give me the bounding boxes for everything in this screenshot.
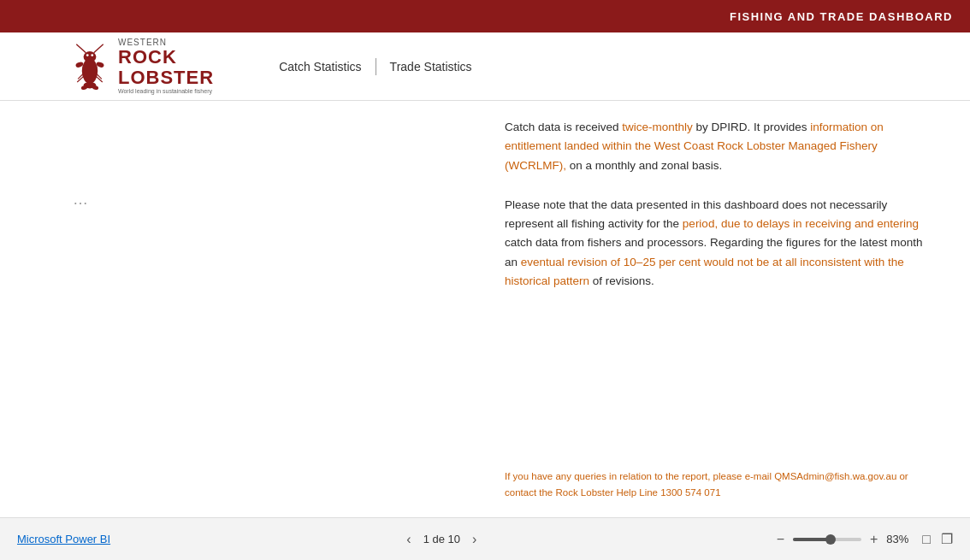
info-block-2: Please note that the data presented in t… xyxy=(505,196,936,291)
zoom-out-button[interactable]: − xyxy=(773,532,788,547)
dashboard-title: FISHING AND TRADE DASHBOARD xyxy=(730,10,953,23)
zoom-controls: − + 83% □ ❐ xyxy=(773,531,953,547)
zoom-percent-label: 83% xyxy=(886,533,917,545)
contact-section: If you have any queries in relation to t… xyxy=(505,332,936,500)
zoom-in-button[interactable]: + xyxy=(866,532,881,547)
logo-area: Western Rock Lobster World leading in su… xyxy=(68,38,214,95)
zoom-slider-thumb[interactable] xyxy=(825,534,836,545)
nav-row: Western Rock Lobster World leading in su… xyxy=(0,32,970,101)
right-panel: Catch data is received twice-monthly by … xyxy=(488,101,970,517)
highlight-info: information on entitlement landed within… xyxy=(505,121,884,172)
fullscreen-icon[interactable]: ❐ xyxy=(941,531,953,547)
next-page-button[interactable]: › xyxy=(467,530,482,549)
logo-text: Western Rock Lobster World leading in su… xyxy=(118,38,214,95)
lobster-icon xyxy=(68,41,111,92)
main-content: … Catch data is received twice-monthly b… xyxy=(0,101,970,517)
svg-line-2 xyxy=(76,44,86,52)
svg-point-14 xyxy=(91,54,93,56)
tab-trade-statistics[interactable]: Trade Statistics xyxy=(376,32,486,100)
logo-lobster: Lobster xyxy=(118,68,214,88)
logo-rock: Rock xyxy=(118,47,214,68)
info-block-1: Catch data is received twice-monthly by … xyxy=(505,118,936,175)
info-paragraph-1: Catch data is received twice-monthly by … xyxy=(505,118,936,175)
page-current: 1 xyxy=(423,533,429,545)
powerbi-link[interactable]: Microsoft Power BI xyxy=(17,533,110,545)
highlight-revision: eventual revision of 10–25 per cent woul… xyxy=(505,256,904,287)
info-paragraph-2: Please note that the data presented in t… xyxy=(505,196,936,291)
logo-tagline: World leading in sustainable fishery xyxy=(118,88,214,95)
svg-line-3 xyxy=(94,44,104,52)
page-separator: de xyxy=(433,533,448,545)
contact-text: If you have any queries in relation to t… xyxy=(505,469,936,500)
tab-catch-statistics[interactable]: Catch Statistics xyxy=(265,32,375,100)
bottom-bar: Microsoft Power BI ‹ 1 de 10 › − + 83% □… xyxy=(0,517,970,560)
loading-indicator: … xyxy=(73,191,88,209)
svg-point-13 xyxy=(86,54,89,56)
prev-page-button[interactable]: ‹ xyxy=(401,530,416,549)
zoom-slider-track[interactable] xyxy=(793,538,861,541)
highlight-twice-monthly: twice-monthly xyxy=(622,121,693,133)
pagination-controls: ‹ 1 de 10 › xyxy=(401,530,482,549)
highlight-period: period, due to delays in receiving and e… xyxy=(683,217,919,230)
page-total: 10 xyxy=(448,533,460,545)
nav-tabs: Catch Statistics Trade Statistics xyxy=(265,32,485,100)
left-panel: … xyxy=(0,101,488,517)
bottom-right-icons: □ ❐ xyxy=(922,531,953,547)
top-header: FISHING AND TRADE DASHBOARD xyxy=(0,0,970,32)
page-info: 1 de 10 xyxy=(423,533,460,545)
fit-page-icon[interactable]: □ xyxy=(922,532,931,547)
